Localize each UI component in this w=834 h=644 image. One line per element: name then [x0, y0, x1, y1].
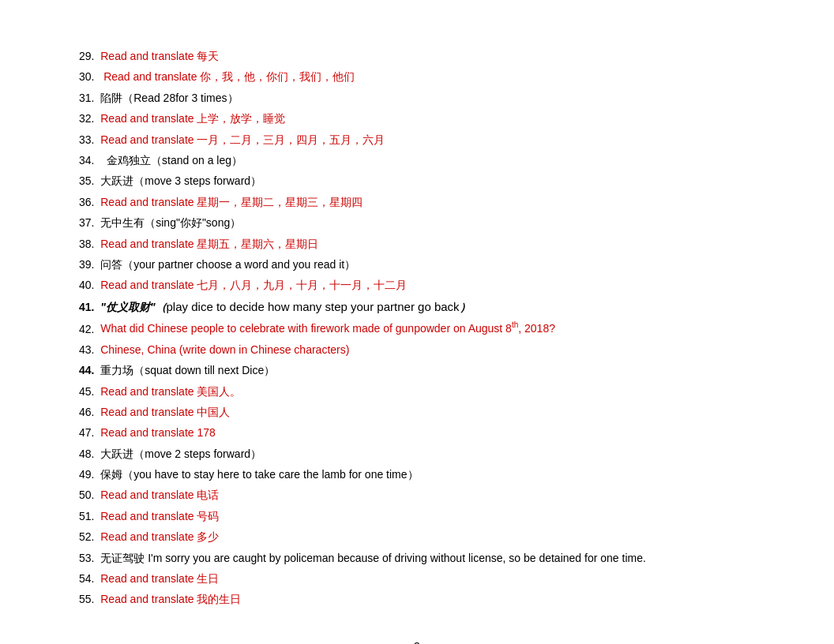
line-text-39: 问答（your partner choose a word and you re… [100, 258, 355, 271]
line-text-45: Read and translate 美国人。 [100, 385, 241, 398]
line-32: 32. Read and translate 上学，放学，睡觉 [79, 110, 755, 127]
line-num-48: 48. [79, 447, 100, 460]
line-text-48: 大跃进（move 2 steps forward） [100, 447, 261, 460]
line-num-41: 41. [79, 301, 100, 313]
line-text-49: 保姆（you have to stay here to take care th… [100, 468, 418, 481]
line-text-30: Read and translate 你，我，他，你们，我们，他们 [103, 70, 355, 83]
line-text-54: Read and translate 生日 [100, 572, 219, 585]
line-num-55: 55. [79, 593, 100, 605]
line-text-29: Read and translate 每天 [100, 50, 219, 62]
line-text-46: Read and translate 中国人 [100, 406, 230, 418]
line-31: 31. 陷阱（Read 28for 3 times） [79, 89, 755, 107]
line-num-54: 54. [79, 572, 100, 585]
line-text-55: Read and translate 我的生日 [100, 593, 241, 605]
line-num-47: 47. [79, 426, 100, 439]
line-text-41c: ） [460, 301, 471, 313]
line-text-42: What did Chinese people to celebrate wit… [100, 322, 555, 335]
line-num-52: 52. [79, 530, 100, 543]
line-34: 34. 金鸡独立（stand on a leg） [79, 152, 755, 169]
line-51: 51. Read and translate 号码 [79, 507, 755, 525]
line-text-47: Read and translate 178 [100, 426, 216, 439]
line-text-40: Read and translate 七月，八月，九月，十月，十一月，十二月 [100, 279, 407, 291]
line-39: 39. 问答（your partner choose a word and yo… [79, 256, 755, 273]
line-text-51: Read and translate 号码 [100, 510, 219, 522]
line-num-34: 34. [79, 154, 107, 167]
line-46: 46. Read and translate 中国人 [79, 403, 755, 421]
line-num-51: 51. [79, 510, 100, 522]
line-33: 33. Read and translate 一月，二月，三月，四月，五月，六月 [79, 131, 755, 148]
line-num-40: 40. [79, 279, 100, 291]
line-num-43: 43. [79, 343, 100, 356]
line-text-35: 大跃进（move 3 steps forward） [100, 174, 261, 187]
line-num-50: 50. [79, 489, 100, 501]
line-30: 30. Read and translate 你，我，他，你们，我们，他们 [79, 68, 755, 85]
line-text-52: Read and translate 多少 [100, 530, 219, 543]
line-num-32: 32. [79, 112, 100, 125]
line-text-50: Read and translate 电话 [100, 489, 219, 501]
page: 29. Read and translate 每天 30. Read and t… [0, 0, 834, 644]
line-55: 55. Read and translate 我的生日 [79, 590, 755, 608]
line-38: 38. Read and translate 星期五，星期六，星期日 [79, 235, 755, 253]
line-35: 35. 大跃进（move 3 steps forward） [79, 172, 755, 189]
line-37: 37. 无中生有（sing"你好"song） [79, 214, 755, 231]
line-text-32: Read and translate 上学，放学，睡觉 [100, 112, 285, 125]
line-num-44: 44. [79, 364, 100, 376]
line-54: 54. Read and translate 生日 [79, 570, 755, 587]
line-num-42: 42. [79, 322, 100, 335]
line-text-36: Read and translate 星期一，星期二，星期三，星期四 [100, 196, 363, 208]
line-48: 48. 大跃进（move 2 steps forward） [79, 445, 755, 462]
line-num-49: 49. [79, 468, 100, 481]
line-text-53: 无证驾驶 I'm sorry you are caught by policem… [100, 552, 646, 564]
line-num-45: 45. [79, 385, 100, 398]
line-text-33: Read and translate 一月，二月，三月，四月，五月，六月 [100, 133, 385, 146]
line-num-30: 30. [79, 70, 103, 83]
line-53: 53. 无证驾驶 I'm sorry you are caught by pol… [79, 549, 755, 567]
line-40: 40. Read and translate 七月，八月，九月，十月，十一月，十… [79, 276, 755, 294]
line-num-38: 38. [79, 238, 100, 250]
line-num-29: 29. [79, 50, 100, 62]
line-41: 41. "仗义取财"（play dice to decide how many … [79, 298, 755, 316]
line-text-41a: "仗义取财"（ [100, 301, 166, 313]
line-text-41b: play dice to decide how many step your p… [167, 300, 460, 313]
line-num-31: 31. [79, 92, 100, 104]
line-44: 44. 重力场（squat down till next Dice） [79, 361, 755, 379]
line-text-37: 无中生有（sing"你好"song） [100, 216, 241, 229]
line-num-37: 37. [79, 216, 100, 229]
line-num-39: 39. [79, 258, 100, 271]
line-47: 47. Read and translate 178 [79, 424, 755, 441]
line-text-31: 陷阱（Read 28for 3 times） [100, 92, 238, 104]
page-number: 3 [79, 640, 755, 644]
line-num-36: 36. [79, 196, 100, 208]
line-text-34: 金鸡独立（stand on a leg） [107, 154, 242, 167]
line-num-35: 35. [79, 174, 100, 187]
line-42: 42. What did Chinese people to celebrate… [79, 320, 755, 338]
line-num-46: 46. [79, 406, 100, 418]
line-36: 36. Read and translate 星期一，星期二，星期三，星期四 [79, 193, 755, 211]
line-num-33: 33. [79, 133, 100, 146]
line-50: 50. Read and translate 电话 [79, 486, 755, 504]
line-49: 49. 保姆（you have to stay here to take car… [79, 466, 755, 483]
line-text-38: Read and translate 星期五，星期六，星期日 [100, 238, 318, 250]
line-43: 43. Chinese, China (write down in Chines… [79, 341, 755, 358]
line-45: 45. Read and translate 美国人。 [79, 383, 755, 400]
line-text-43: Chinese, China (write down in Chinese ch… [100, 343, 349, 356]
line-text-44: 重力场（squat down till next Dice） [100, 364, 275, 376]
line-52: 52. Read and translate 多少 [79, 528, 755, 545]
line-num-53: 53. [79, 552, 100, 564]
line-29: 29. Read and translate 每天 [79, 47, 755, 65]
